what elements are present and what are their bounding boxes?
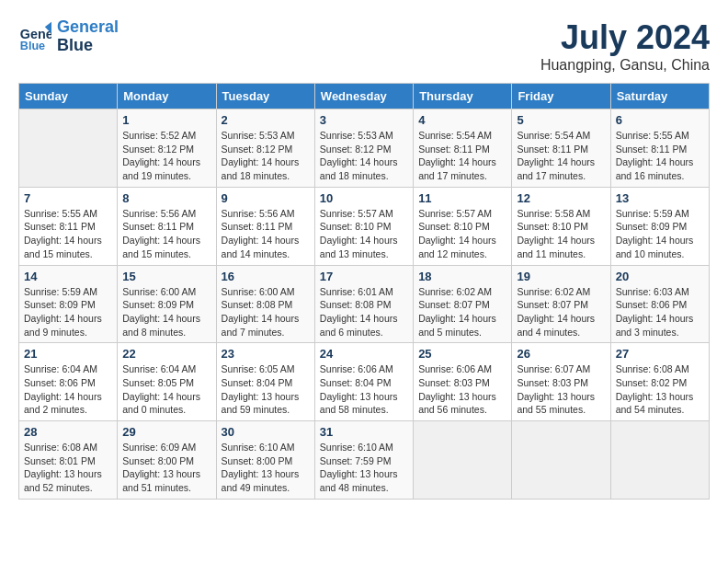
day-info: Sunrise: 6:04 AM Sunset: 8:06 PM Dayligh… (24, 362, 112, 417)
day-number: 23 (222, 347, 310, 361)
calendar-cell (610, 421, 709, 500)
calendar-cell: 14Sunrise: 5:59 AM Sunset: 8:09 PM Dayli… (19, 265, 118, 343)
calendar-cell: 28Sunrise: 6:08 AM Sunset: 8:01 PM Dayli… (19, 421, 118, 500)
calendar-cell: 25Sunrise: 6:06 AM Sunset: 8:03 PM Dayli… (414, 343, 512, 421)
day-number: 25 (418, 347, 506, 361)
calendar-cell: 22Sunrise: 6:04 AM Sunset: 8:05 PM Dayli… (118, 343, 216, 421)
day-info: Sunrise: 5:54 AM Sunset: 8:11 PM Dayligh… (418, 129, 506, 183)
day-number: 3 (320, 113, 408, 127)
calendar-cell: 20Sunrise: 6:03 AM Sunset: 8:06 PM Dayli… (610, 265, 709, 343)
day-info: Sunrise: 6:10 AM Sunset: 7:59 PM Dayligh… (320, 441, 408, 495)
day-info: Sunrise: 6:01 AM Sunset: 8:08 PM Dayligh… (320, 285, 408, 339)
calendar-cell: 12Sunrise: 5:58 AM Sunset: 8:10 PM Dayli… (512, 187, 610, 265)
day-info: Sunrise: 6:06 AM Sunset: 8:04 PM Dayligh… (320, 362, 408, 417)
day-info: Sunrise: 5:55 AM Sunset: 8:11 PM Dayligh… (616, 129, 704, 183)
calendar-week-row: 7Sunrise: 5:55 AM Sunset: 8:11 PM Daylig… (19, 187, 710, 265)
day-info: Sunrise: 5:54 AM Sunset: 8:11 PM Dayligh… (517, 129, 605, 183)
day-number: 28 (24, 425, 112, 439)
day-number: 12 (517, 191, 605, 205)
day-number: 17 (320, 270, 408, 283)
column-header-saturday: Saturday (610, 84, 709, 109)
location-title: Huangping, Gansu, China (540, 57, 710, 74)
calendar-cell: 30Sunrise: 6:10 AM Sunset: 8:00 PM Dayli… (216, 421, 314, 500)
day-info: Sunrise: 6:09 AM Sunset: 8:00 PM Dayligh… (122, 441, 210, 495)
day-number: 21 (24, 347, 112, 361)
calendar-cell: 9Sunrise: 5:56 AM Sunset: 8:11 PM Daylig… (216, 187, 314, 265)
day-number: 2 (222, 113, 310, 127)
day-number: 5 (517, 113, 605, 127)
day-number: 27 (616, 347, 704, 361)
day-number: 7 (24, 191, 112, 205)
calendar-cell: 2Sunrise: 5:53 AM Sunset: 8:12 PM Daylig… (216, 109, 314, 188)
column-header-sunday: Sunday (19, 84, 118, 109)
calendar-cell: 4Sunrise: 5:54 AM Sunset: 8:11 PM Daylig… (414, 109, 512, 188)
day-number: 19 (517, 270, 605, 283)
calendar-week-row: 21Sunrise: 6:04 AM Sunset: 8:06 PM Dayli… (19, 343, 710, 421)
day-info: Sunrise: 5:59 AM Sunset: 8:09 PM Dayligh… (24, 285, 112, 339)
calendar-cell: 24Sunrise: 6:06 AM Sunset: 8:04 PM Dayli… (314, 343, 413, 421)
calendar-week-row: 28Sunrise: 6:08 AM Sunset: 8:01 PM Dayli… (19, 421, 710, 500)
day-number: 26 (517, 347, 605, 361)
day-info: Sunrise: 5:53 AM Sunset: 8:12 PM Dayligh… (222, 129, 310, 183)
calendar-cell: 8Sunrise: 5:56 AM Sunset: 8:11 PM Daylig… (118, 187, 216, 265)
day-number: 11 (418, 191, 506, 205)
day-number: 13 (616, 191, 704, 205)
day-info: Sunrise: 6:03 AM Sunset: 8:06 PM Dayligh… (616, 285, 704, 339)
svg-text:Blue: Blue (20, 40, 45, 52)
calendar-cell: 7Sunrise: 5:55 AM Sunset: 8:11 PM Daylig… (19, 187, 118, 265)
column-header-friday: Friday (512, 84, 610, 109)
calendar-cell: 13Sunrise: 5:59 AM Sunset: 8:09 PM Dayli… (610, 187, 709, 265)
day-info: Sunrise: 5:55 AM Sunset: 8:11 PM Dayligh… (24, 207, 112, 261)
calendar-cell: 6Sunrise: 5:55 AM Sunset: 8:11 PM Daylig… (610, 109, 709, 188)
day-info: Sunrise: 6:05 AM Sunset: 8:04 PM Dayligh… (222, 362, 310, 417)
day-info: Sunrise: 5:57 AM Sunset: 8:10 PM Dayligh… (418, 207, 506, 261)
day-info: Sunrise: 6:00 AM Sunset: 8:08 PM Dayligh… (222, 285, 310, 339)
calendar-cell: 23Sunrise: 6:05 AM Sunset: 8:04 PM Dayli… (216, 343, 314, 421)
column-header-wednesday: Wednesday (314, 84, 413, 109)
day-info: Sunrise: 6:00 AM Sunset: 8:09 PM Dayligh… (122, 285, 210, 339)
calendar-cell: 27Sunrise: 6:08 AM Sunset: 8:02 PM Dayli… (610, 343, 709, 421)
calendar-cell: 26Sunrise: 6:07 AM Sunset: 8:03 PM Dayli… (512, 343, 610, 421)
day-number: 20 (616, 270, 704, 283)
day-info: Sunrise: 5:56 AM Sunset: 8:11 PM Dayligh… (122, 207, 210, 261)
day-info: Sunrise: 6:08 AM Sunset: 8:01 PM Dayligh… (24, 441, 112, 495)
day-number: 10 (320, 191, 408, 205)
day-info: Sunrise: 6:04 AM Sunset: 8:05 PM Dayligh… (122, 362, 210, 417)
logo: General Blue GeneralBlue (18, 18, 119, 55)
calendar-cell: 18Sunrise: 6:02 AM Sunset: 8:07 PM Dayli… (414, 265, 512, 343)
calendar-table: SundayMondayTuesdayWednesdayThursdayFrid… (18, 83, 710, 500)
day-number: 24 (320, 347, 408, 361)
day-info: Sunrise: 5:53 AM Sunset: 8:12 PM Dayligh… (320, 129, 408, 183)
title-area: July 2024 Huangping, Gansu, China (540, 18, 710, 74)
day-number: 9 (222, 191, 310, 205)
day-info: Sunrise: 6:07 AM Sunset: 8:03 PM Dayligh… (517, 362, 605, 417)
day-info: Sunrise: 6:02 AM Sunset: 8:07 PM Dayligh… (418, 285, 506, 339)
day-number: 4 (418, 113, 506, 127)
day-number: 29 (122, 425, 210, 439)
calendar-cell: 5Sunrise: 5:54 AM Sunset: 8:11 PM Daylig… (512, 109, 610, 188)
day-info: Sunrise: 6:10 AM Sunset: 8:00 PM Dayligh… (222, 441, 310, 495)
column-header-tuesday: Tuesday (216, 84, 314, 109)
calendar-cell (19, 109, 118, 188)
day-number: 16 (222, 270, 310, 283)
day-number: 8 (122, 191, 210, 205)
calendar-header-row: SundayMondayTuesdayWednesdayThursdayFrid… (19, 84, 710, 109)
calendar-cell: 15Sunrise: 6:00 AM Sunset: 8:09 PM Dayli… (118, 265, 216, 343)
day-number: 31 (320, 425, 408, 439)
column-header-monday: Monday (118, 84, 216, 109)
day-number: 14 (24, 270, 112, 283)
calendar-cell: 16Sunrise: 6:00 AM Sunset: 8:08 PM Dayli… (216, 265, 314, 343)
day-info: Sunrise: 6:06 AM Sunset: 8:03 PM Dayligh… (418, 362, 506, 417)
column-header-thursday: Thursday (414, 84, 512, 109)
logo-text: GeneralBlue (57, 18, 119, 55)
calendar-cell (512, 421, 610, 500)
month-title: July 2024 (540, 18, 710, 57)
calendar-cell: 19Sunrise: 6:02 AM Sunset: 8:07 PM Dayli… (512, 265, 610, 343)
calendar-cell: 3Sunrise: 5:53 AM Sunset: 8:12 PM Daylig… (314, 109, 413, 188)
calendar-week-row: 1Sunrise: 5:52 AM Sunset: 8:12 PM Daylig… (19, 109, 710, 188)
logo-icon: General Blue (18, 20, 51, 53)
calendar-cell: 11Sunrise: 5:57 AM Sunset: 8:10 PM Dayli… (414, 187, 512, 265)
page-header: General Blue GeneralBlue July 2024 Huang… (18, 18, 710, 74)
day-number: 30 (222, 425, 310, 439)
calendar-cell: 17Sunrise: 6:01 AM Sunset: 8:08 PM Dayli… (314, 265, 413, 343)
